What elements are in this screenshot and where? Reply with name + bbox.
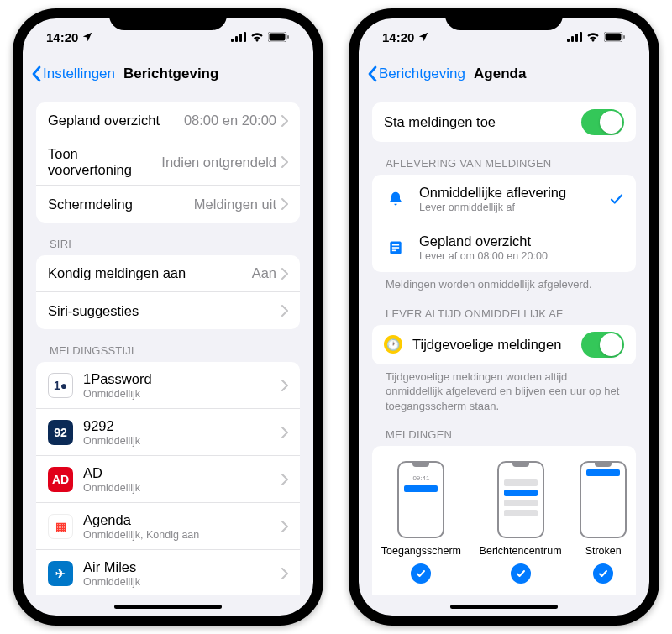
- row-immediate-delivery[interactable]: Onmiddellijke aflevering Lever onmiddell…: [372, 175, 636, 223]
- checkbox-checked[interactable]: [593, 563, 613, 584]
- battery-icon: [268, 32, 290, 42]
- style-header: MELDINGSSTIJL: [36, 329, 300, 362]
- delivery-footer: Meldingen worden onmiddellijk afgeleverd…: [372, 272, 636, 292]
- location-icon: [417, 31, 429, 43]
- svg-rect-16: [392, 247, 399, 249]
- row-label: Tijdgevoelige meldingen: [412, 337, 581, 353]
- nav-bar: Instellingen Berichtgeving: [23, 55, 313, 92]
- delivery-sub: Lever onmiddellijk af: [419, 202, 609, 213]
- checkbox-checked[interactable]: [511, 563, 531, 584]
- row-previews: 09:41 Toegangsscherm Berichtencentrum: [372, 446, 636, 595]
- checkbox-checked[interactable]: [411, 563, 431, 584]
- delivery-title: Gepland overzicht: [419, 233, 624, 249]
- battery-icon: [604, 32, 626, 42]
- chevron-right-icon: [281, 474, 288, 485]
- row-scheduled-delivery[interactable]: Gepland overzicht Lever af om 08:00 en 2…: [372, 223, 636, 272]
- svg-rect-3: [244, 32, 246, 42]
- svg-rect-2: [239, 34, 242, 42]
- wifi-icon: [250, 32, 264, 42]
- app-row[interactable]: ▦ Agenda Onmiddellijk, Kondig aan: [36, 503, 300, 550]
- app-row[interactable]: 1● 1Password Onmiddellijk: [36, 362, 300, 409]
- row-value: 08:00 en 20:00: [184, 113, 276, 128]
- svg-rect-15: [392, 244, 399, 246]
- preview-lock[interactable]: 09:41 Toegangsscherm: [381, 461, 461, 584]
- app-name: AD: [83, 465, 281, 481]
- chevron-right-icon: [281, 198, 288, 210]
- preview-banner[interactable]: Stroken: [580, 461, 627, 584]
- location-icon: [81, 31, 93, 43]
- svg-rect-12: [606, 34, 622, 41]
- status-time: 14:20: [382, 30, 414, 45]
- row-screensharing[interactable]: Schermdeling Meldingen uit: [36, 186, 300, 223]
- app-sub: Onmiddellijk: [83, 388, 281, 400]
- nav-bar: Berichtgeving Agenda: [359, 55, 649, 92]
- chevron-right-icon: [281, 115, 288, 127]
- preview-phone-icon: 09:41: [397, 461, 444, 538]
- immediate-header: LEVER ALTIJD ONMIDDELLIJK AF: [372, 292, 636, 325]
- svg-rect-9: [575, 34, 578, 42]
- chevron-right-icon: [281, 427, 288, 438]
- app-row[interactable]: 92 9292 Onmiddellijk: [36, 409, 300, 456]
- preview-phone-icon: [580, 461, 627, 538]
- app-icon: ✈: [48, 561, 73, 586]
- delivery-title: Onmiddellijke aflevering: [419, 185, 609, 201]
- row-label: Toon voorvertoning: [48, 146, 161, 178]
- group-main: Gepland overzicht 08:00 en 20:00 Toon vo…: [36, 102, 300, 223]
- row-time-sensitive[interactable]: 🕐 Tijdgevoelige meldingen: [372, 325, 636, 364]
- svg-rect-7: [567, 39, 570, 42]
- svg-rect-13: [623, 35, 625, 39]
- preview-center[interactable]: Berichtencentrum: [480, 461, 562, 584]
- row-scheduled-summary[interactable]: Gepland overzicht 08:00 en 20:00: [36, 102, 300, 139]
- home-indicator[interactable]: [450, 605, 558, 609]
- app-icon: 92: [48, 420, 73, 445]
- immediate-footer: Tijdgevoelige meldingen worden altijd on…: [372, 364, 636, 414]
- time-sensitive-toggle[interactable]: [581, 332, 624, 358]
- group-immediate: 🕐 Tijdgevoelige meldingen: [372, 325, 636, 364]
- content-right[interactable]: Sta meldingen toe AFLEVERING VAN MELDING…: [359, 92, 649, 595]
- notch: [445, 8, 563, 30]
- chevron-right-icon: [281, 305, 288, 317]
- row-label: Schermdeling: [48, 196, 194, 212]
- back-button[interactable]: Instellingen: [31, 65, 115, 82]
- document-icon: [384, 239, 407, 256]
- row-preview[interactable]: Toon voorvertoning Indien ontgrendeld: [36, 139, 300, 186]
- row-announce[interactable]: Kondig meldingen aan Aan: [36, 255, 300, 292]
- preview-label: Stroken: [585, 545, 622, 557]
- app-name: 1Password: [83, 371, 281, 387]
- app-icon: AD: [48, 467, 73, 492]
- allow-toggle[interactable]: [581, 109, 624, 135]
- row-siri-suggestions[interactable]: Siri-suggesties: [36, 292, 300, 329]
- svg-rect-8: [571, 36, 574, 42]
- group-siri: Kondig meldingen aan Aan Siri-suggesties: [36, 255, 300, 329]
- chevron-right-icon: [281, 156, 288, 168]
- wifi-icon: [586, 32, 600, 42]
- app-row[interactable]: AD AD Onmiddellijk: [36, 456, 300, 503]
- preview-phone-icon: [497, 461, 544, 538]
- cellular-icon: [231, 32, 246, 42]
- back-button[interactable]: Berichtgeving: [367, 65, 465, 82]
- app-row[interactable]: ✈ Air Miles Onmiddellijk: [36, 550, 300, 595]
- svg-rect-1: [235, 36, 238, 42]
- chevron-left-icon: [367, 65, 377, 82]
- alerts-header: MELDINGEN: [372, 413, 636, 446]
- svg-rect-6: [287, 35, 289, 39]
- row-allow-notifications[interactable]: Sta meldingen toe: [372, 102, 636, 142]
- row-label: Gepland overzicht: [48, 113, 184, 128]
- back-label: Instellingen: [43, 65, 115, 82]
- screen-right: 14:20 Berichtgeving Agenda Sta meldingen…: [359, 18, 649, 616]
- row-label: Sta meldingen toe: [384, 114, 581, 130]
- app-name: Air Miles: [83, 559, 281, 575]
- app-sub: Onmiddellijk, Kondig aan: [83, 529, 281, 541]
- content-left[interactable]: Gepland overzicht 08:00 en 20:00 Toon vo…: [23, 92, 313, 595]
- screen-left: 14:20 Instellingen Berichtgeving Gepla: [23, 18, 313, 616]
- row-value: Meldingen uit: [194, 196, 276, 212]
- group-apps: 1● 1Password Onmiddellijk 92 9292 Onmidd…: [36, 362, 300, 595]
- row-value: Indien ontgrendeld: [161, 155, 276, 170]
- home-indicator[interactable]: [114, 605, 222, 609]
- app-icon: ▦: [48, 514, 73, 539]
- siri-header: SIRI: [36, 223, 300, 255]
- svg-rect-10: [580, 32, 582, 42]
- svg-rect-17: [392, 250, 396, 252]
- app-sub: Onmiddellijk: [83, 435, 281, 447]
- page-title: Berichtgeving: [123, 65, 218, 82]
